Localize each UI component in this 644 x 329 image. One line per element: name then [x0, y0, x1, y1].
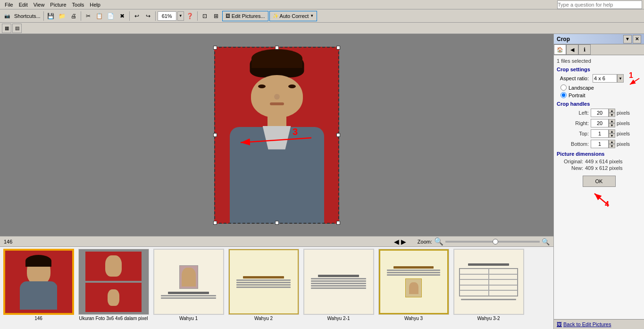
bottom-input[interactable]	[591, 140, 609, 148]
open-btn[interactable]: 📁	[57, 11, 67, 21]
files-selected: 1 files selected	[557, 58, 641, 64]
landscape-label[interactable]: Landscape	[569, 85, 594, 91]
right-unit: pixels	[615, 120, 630, 126]
left-down[interactable]: ▼	[609, 113, 615, 117]
zoom-out-btn[interactable]: 🔍	[434, 237, 443, 246]
menu-picture[interactable]: Picture	[47, 1, 69, 8]
delete-btn[interactable]: ✖	[117, 11, 127, 21]
menubar: File Edit View Picture Tools Help	[0, 0, 644, 9]
left-up[interactable]: ▲	[609, 109, 615, 113]
zoom-input[interactable]	[158, 11, 176, 21]
top-down[interactable]: ▼	[609, 134, 615, 138]
print-btn[interactable]: 🖨	[68, 11, 79, 21]
thumbnail-1[interactable]: Ukuran Foto 3x6 4x6 dalam pixel	[77, 249, 150, 321]
menu-help[interactable]: Help	[87, 1, 103, 8]
auto-correct-btn[interactable]: ✨ Auto Correct ▼	[269, 11, 318, 21]
canvas-container[interactable]: 3	[0, 34, 553, 236]
zoom-in-btn[interactable]: 🔍	[542, 238, 550, 245]
auto-correct-label: Auto Correct	[280, 13, 309, 19]
bottom-field-row: Bottom: ▲ ▼ pixels	[557, 140, 641, 148]
doc-line	[236, 282, 291, 283]
right-label: Right:	[557, 120, 591, 126]
zoom-nav-left[interactable]: ◀	[394, 238, 399, 245]
thumbnail-0[interactable]: 146	[2, 249, 75, 321]
annotation-arrow-1	[626, 76, 640, 90]
doc-line	[387, 274, 441, 276]
right-down[interactable]: ▼	[609, 123, 615, 127]
bottom-down[interactable]: ▼	[609, 144, 615, 148]
panel-tab-info[interactable]: ℹ	[578, 44, 591, 55]
main-layout: 3 146 ◀ ▶ Zoom: 🔍 🔍	[0, 34, 644, 329]
thumb-doc-2	[154, 249, 224, 314]
back-icon: 🖼	[557, 321, 562, 327]
thumbnail-4[interactable]: Wahyu 2-1	[302, 249, 375, 321]
shortcuts-btn[interactable]: 📷	[2, 11, 12, 21]
thumbnail-3[interactable]: Wahyu 2	[227, 249, 300, 321]
person-hair2	[251, 49, 302, 68]
new-value: 409 x 612 pixels	[585, 165, 623, 171]
zoom-nav-right[interactable]: ▶	[401, 238, 406, 245]
portrait-label[interactable]: Portrait	[569, 93, 585, 98]
landscape-radio[interactable]	[560, 84, 567, 91]
panel-minimize[interactable]: ▼	[623, 35, 632, 43]
original-value: 449 x 614 pixels	[585, 159, 623, 164]
copy-btn[interactable]: 📋	[94, 11, 105, 21]
canvas-area: 3 146 ◀ ▶ Zoom: 🔍 🔍	[0, 34, 553, 329]
left-label: Left:	[557, 110, 591, 116]
thumb-img-wrap-6	[453, 249, 524, 315]
edit-pictures-btn[interactable]: 🖼 Edit Pictures...	[222, 11, 268, 21]
top-input[interactable]	[591, 129, 609, 138]
top-unit: pixels	[615, 131, 630, 136]
toolbar: 📷 Shortcuts... 💾 📁 🖨 ✂ 📋 📄 ✖ ↩ ↪ ▼ ❓ ⊡ ⊞…	[0, 9, 644, 23]
left-spinner: ▲ ▼	[609, 109, 615, 117]
save-btn[interactable]: 💾	[46, 11, 56, 21]
thumb-img-wrap-3	[228, 249, 299, 315]
thumbnail-strip: 146 Ukuran Foto 3x6 4x6 dalam pixel	[0, 246, 553, 329]
zoom-help-btn[interactable]: ❓	[185, 11, 195, 21]
doc-line	[318, 275, 360, 277]
bottom-up[interactable]: ▲	[609, 140, 615, 144]
paste-btn[interactable]: 📄	[106, 11, 116, 21]
ok-button[interactable]: OK	[583, 176, 616, 187]
svg-line-4	[630, 78, 639, 84]
thumbnail-5[interactable]: Wahyu 3	[377, 249, 450, 321]
left-input[interactable]	[591, 109, 609, 117]
zoom-slider-thumb[interactable]	[493, 239, 498, 245]
zoom-dropdown[interactable]: ▼	[177, 11, 184, 21]
original-label: Original:	[557, 159, 585, 164]
zoom-slider[interactable]	[445, 241, 540, 243]
shortcuts-label[interactable]: Shortcuts...	[13, 13, 42, 19]
redo-btn[interactable]: ↪	[143, 11, 153, 21]
menu-edit[interactable]: Edit	[16, 1, 31, 8]
doc-line	[168, 292, 209, 294]
panel-tab-back[interactable]: ◀	[566, 44, 578, 55]
menu-view[interactable]: View	[31, 1, 48, 8]
menu-tools[interactable]: Tools	[69, 1, 87, 8]
zoom-fit-btn[interactable]: ⊡	[200, 11, 210, 21]
zoom-actual-btn[interactable]: ⊞	[211, 11, 221, 21]
undo-btn[interactable]: ↩	[132, 11, 142, 21]
thumbnail-2[interactable]: Wahyu 1	[152, 249, 225, 321]
new-dim-row: New: 409 x 612 pixels	[557, 165, 641, 171]
panel-tab-home[interactable]: 🏠	[554, 44, 566, 55]
thumb-img-wrap-4	[303, 249, 374, 315]
aspect-ratio-input[interactable]	[593, 74, 617, 83]
aspect-ratio-dropdown[interactable]: ▼	[617, 74, 624, 83]
tb2-btn1[interactable]: ▦	[2, 24, 11, 33]
thumbnail-6[interactable]: Wahyu 3-2	[452, 249, 525, 321]
doc-line	[236, 287, 291, 288]
portrait-radio[interactable]	[560, 92, 567, 98]
panel-close[interactable]: ✕	[633, 35, 641, 43]
right-input[interactable]	[591, 119, 609, 127]
right-up[interactable]: ▲	[609, 119, 615, 123]
menu-file[interactable]: File	[2, 1, 16, 8]
doc-line	[387, 270, 441, 271]
top-up[interactable]: ▲	[609, 129, 615, 134]
tb2-btn2[interactable]: ▤	[12, 24, 22, 33]
help-search[interactable]	[557, 0, 642, 9]
crop-handles-title: Crop handles	[557, 101, 641, 107]
cut-btn[interactable]: ✂	[83, 11, 93, 21]
back-to-edit-link[interactable]: 🖼 Back to Edit Pictures	[554, 319, 644, 329]
ok-section: OK 4	[557, 172, 641, 208]
thumb-label-2: Wahyu 1	[179, 316, 198, 321]
